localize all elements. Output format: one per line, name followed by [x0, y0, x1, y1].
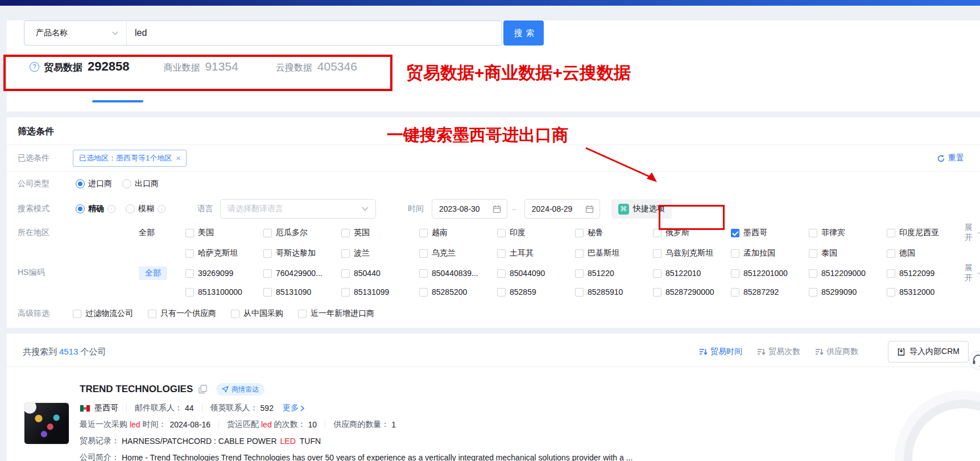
advanced-checkbox[interactable]: 过滤物流公司: [73, 308, 133, 319]
region-all-button[interactable]: 全部: [139, 228, 185, 238]
search-button[interactable]: 搜索: [503, 20, 544, 46]
tag-close-icon[interactable]: ×: [176, 154, 180, 163]
checkbox-icon: [653, 269, 661, 278]
hs-checkbox[interactable]: 8513100000: [185, 287, 263, 297]
search-input[interactable]: [127, 21, 502, 45]
hs-expand-button[interactable]: 展开: [965, 263, 980, 283]
hs-checkbox[interactable]: 85299090: [809, 287, 887, 297]
hs-all-button[interactable]: 全部: [139, 266, 167, 280]
top-gradient-bar: [0, 0, 980, 6]
region-checkbox[interactable]: 美国: [185, 228, 263, 238]
region-checkbox[interactable]: 越南: [419, 228, 497, 238]
hs-checkbox[interactable]: 850440839...: [419, 269, 497, 278]
hs-checkbox[interactable]: 85287292: [731, 287, 809, 297]
reset-button[interactable]: 重置: [937, 153, 964, 163]
headset-icon[interactable]: [969, 351, 980, 372]
radio-exporter[interactable]: 出口商: [122, 179, 159, 189]
region-checkbox[interactable]: 哈萨克斯坦: [185, 248, 263, 258]
info-icon[interactable]: i: [107, 205, 115, 213]
region-checkbox[interactable]: 俄罗斯: [653, 228, 731, 238]
hs-checkbox[interactable]: 851220: [575, 269, 653, 278]
checkbox-icon: [653, 288, 661, 297]
chevron-down-icon: [362, 207, 369, 211]
business-radar-badge[interactable]: 商情雷达: [216, 383, 264, 396]
region-checkbox[interactable]: 哥斯达黎加: [263, 248, 341, 258]
selected-region-tag[interactable]: 已选地区：墨西哥等1个地区 ×: [73, 150, 187, 167]
region-checkbox[interactable]: 乌兹别克斯坦: [653, 248, 731, 258]
results-count: 4513: [59, 347, 78, 356]
sort-supplier-count[interactable]: 供应商数: [815, 347, 858, 357]
hs-checkbox[interactable]: 85122099: [887, 269, 965, 278]
region-expand-button[interactable]: 展开: [965, 223, 980, 243]
linkedin-contacts-label: 领英联系人：: [210, 403, 258, 413]
hs-checkbox[interactable]: 85131099: [341, 287, 419, 297]
divider: [218, 421, 219, 429]
more-link[interactable]: 更多: [283, 403, 304, 413]
hs-checkbox[interactable]: 8512201000: [731, 269, 809, 278]
last-purchase-date: 2024-08-16: [169, 420, 210, 429]
checkbox-icon: [575, 249, 584, 258]
region-checkbox[interactable]: 菲律宾: [809, 228, 887, 238]
hs-checkbox[interactable]: 85044090: [497, 269, 575, 278]
advanced-checkbox[interactable]: 近一年新增进口商: [298, 308, 374, 319]
mexico-flag-icon: [80, 405, 90, 412]
region-checkbox[interactable]: 孟加拉国: [731, 248, 809, 258]
company-type-label: 公司类型: [7, 179, 73, 189]
region-checkbox[interactable]: 波兰: [341, 248, 419, 258]
region-checkbox[interactable]: 印度尼西亚: [887, 228, 965, 238]
region-checkbox[interactable]: 厄瓜多尔: [263, 228, 341, 238]
region-checkbox[interactable]: 秘鲁: [575, 228, 653, 238]
linkedin-contacts-count: 592: [260, 404, 274, 413]
description-text: Home - Trend Technologies Trend Technolo…: [122, 453, 632, 461]
region-checkbox[interactable]: 巴基斯坦: [575, 248, 653, 258]
hs-checkbox[interactable]: 85285910: [575, 287, 653, 297]
region-checkbox[interactable]: 土耳其: [497, 248, 575, 258]
tab-business-data[interactable]: 商业数据 91354: [163, 60, 238, 74]
region-checkbox[interactable]: 英国: [341, 228, 419, 238]
hs-checkbox[interactable]: 85312000: [887, 287, 965, 297]
checkbox-icon: [887, 229, 895, 237]
radio-fuzzy[interactable]: 模糊 i: [126, 204, 166, 214]
tab-trade-data[interactable]: ? 贸易数据 292858: [30, 59, 129, 74]
question-circle-icon[interactable]: ?: [30, 62, 39, 72]
advanced-checkbox[interactable]: 只有一个供应商: [148, 308, 216, 319]
hs-checkbox[interactable]: 85285200: [419, 287, 497, 297]
hs-checkbox[interactable]: 85131090: [263, 287, 341, 297]
region-checkbox[interactable]: 乌克兰: [419, 248, 497, 258]
hs-checkbox[interactable]: 760429900...: [263, 269, 341, 278]
results-summary: 共搜索到4513个公司: [23, 347, 106, 357]
search-mode-label: 搜索模式: [7, 204, 73, 214]
hs-checkbox[interactable]: 85287290000: [653, 287, 731, 297]
region-checkbox[interactable]: 泰国: [809, 248, 887, 258]
sort-trade-count[interactable]: 贸易次数: [757, 347, 800, 357]
active-tab-underline: [92, 100, 143, 102]
search-category-dropdown[interactable]: 产品名称: [24, 21, 127, 45]
tab-cloud-search-data[interactable]: 云搜数据 405346: [276, 60, 357, 74]
sort-trade-time[interactable]: 贸易时间: [699, 347, 742, 357]
company-name[interactable]: TREND TECHNOLOGIES: [80, 384, 193, 395]
hs-checkbox[interactable]: 852859: [497, 287, 575, 297]
radio-importer[interactable]: 进口商: [76, 179, 112, 189]
import-crm-button[interactable]: 导入内部CRM: [888, 341, 969, 363]
hs-checkbox[interactable]: 850440: [341, 269, 419, 278]
date-from-picker[interactable]: 2023-08-30: [432, 199, 507, 219]
checkbox-icon: [341, 288, 350, 297]
region-checkbox-mexico[interactable]: 墨西哥: [731, 228, 809, 238]
hs-checkbox[interactable]: 8512209000: [809, 269, 887, 278]
advanced-checkbox[interactable]: 从中国采购: [231, 308, 283, 319]
hs-checkbox[interactable]: 85122010: [653, 269, 731, 278]
radio-exact[interactable]: 精确 i: [76, 204, 115, 214]
date-to-picker[interactable]: 2024-08-29: [524, 199, 600, 219]
company-description-row: 公司简介： Home - Trend Technologies Trend Te…: [80, 452, 980, 461]
radio-icon: [76, 204, 85, 213]
language-select[interactable]: 请选择翻译语言: [220, 199, 376, 219]
quick-options-button[interactable]: ⌘ 快捷选项: [611, 199, 672, 219]
copy-icon[interactable]: [199, 385, 207, 394]
language-label: 语言: [197, 204, 213, 214]
info-icon[interactable]: i: [158, 205, 166, 213]
hs-checkbox[interactable]: 39269099: [185, 269, 263, 278]
company-avatar[interactable]: [24, 402, 69, 444]
region-checkbox[interactable]: 印度: [497, 228, 575, 238]
region-checkbox[interactable]: 德国: [887, 248, 965, 258]
checkbox-icon: [653, 249, 661, 258]
